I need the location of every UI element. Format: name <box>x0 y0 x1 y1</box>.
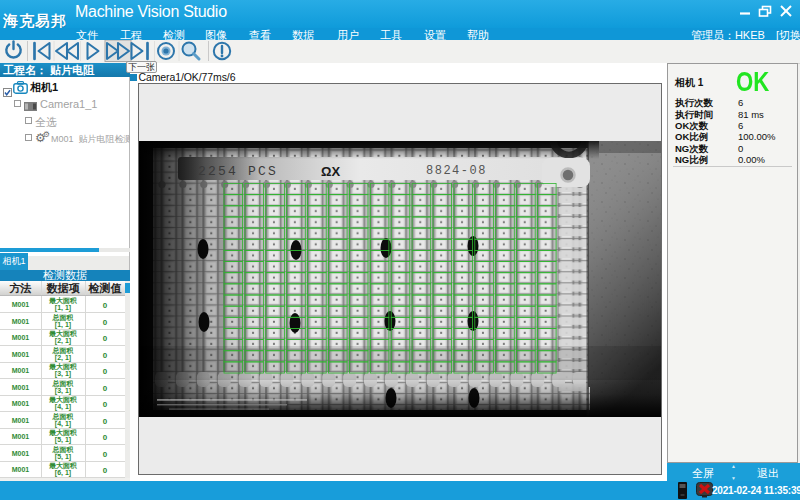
svg-text:2254 PCS: 2254 PCS <box>198 164 278 179</box>
svg-text:ΩX: ΩX <box>321 164 340 179</box>
svg-text:8824-08: 8824-08 <box>426 164 487 178</box>
